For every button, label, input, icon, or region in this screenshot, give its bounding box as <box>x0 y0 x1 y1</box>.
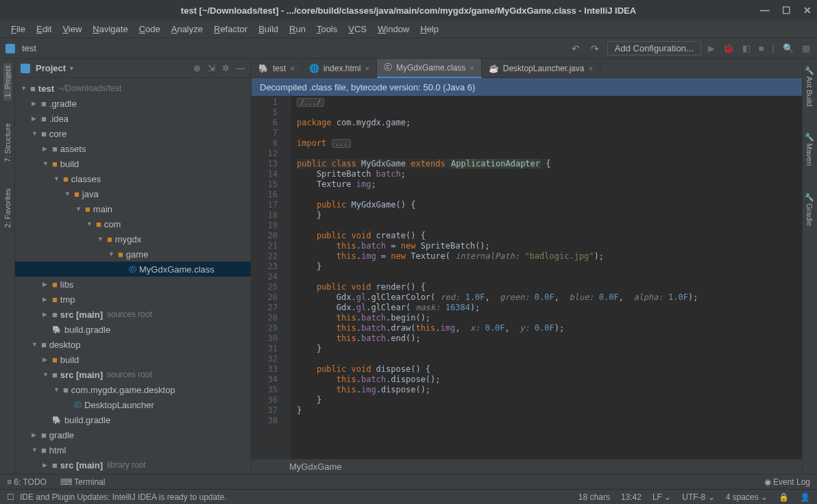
tree-item-build-gradle[interactable]: 🐘build.gradle <box>15 322 251 337</box>
project-panel-header: Project ▼ ⊕ ⇲ ✲ — <box>15 59 251 78</box>
menu-build[interactable]: Build <box>254 23 282 36</box>
editor-tab-test[interactable]: 🐘test× <box>252 59 302 78</box>
left-tool----project[interactable]: 1: Project <box>3 63 12 100</box>
line-separator[interactable]: LF ⌄ <box>653 492 671 502</box>
tab-close-icon[interactable]: × <box>290 64 294 73</box>
menu-vcs[interactable]: VCS <box>344 23 371 36</box>
tree-item-build-gradle[interactable]: 🐘build.gradle <box>15 412 251 427</box>
tree-item-src--main-[interactable]: ▼■src [main]sources root <box>15 367 251 382</box>
menu-bar: FileEditViewNavigateCodeAnalyzeRefactorB… <box>0 21 817 38</box>
tree-item-gradle[interactable]: ▶■gradle <box>15 427 251 442</box>
status-box-icon[interactable]: ☐ <box>7 492 14 502</box>
tree-item-src--main-[interactable]: ▶■src [main]sources root <box>15 307 251 322</box>
tab-close-icon[interactable]: × <box>365 64 369 73</box>
maximize-icon[interactable]: ☐ <box>782 5 791 16</box>
menu-run[interactable]: Run <box>285 23 310 36</box>
project-structure-icon[interactable]: ▦ <box>801 43 812 53</box>
tab-close-icon[interactable]: × <box>470 64 474 72</box>
minimize-icon[interactable]: — <box>760 5 770 16</box>
menu-window[interactable]: Window <box>374 23 413 36</box>
code-editor[interactable]: 1567812131415161718192021222324252627282… <box>252 96 802 459</box>
left-tool----structure[interactable]: 7: Structure <box>3 121 12 165</box>
right-tool-strip: 🔧 Ant Build🔧 Maven🔧 Gradle <box>802 59 817 474</box>
tree-item-desktoplauncher[interactable]: ⓒDesktopLauncher <box>15 397 251 412</box>
menu-help[interactable]: Help <box>416 23 443 36</box>
tree-item-com[interactable]: ▼■com <box>15 216 251 231</box>
tree-item--gradle[interactable]: ▶■.gradle <box>15 96 251 111</box>
tree-root[interactable]: ▼■test~/Downloads/test <box>15 81 251 96</box>
tree-item--idea[interactable]: ▶■.idea <box>15 111 251 126</box>
tree-item-game[interactable]: ▼■game <box>15 247 251 262</box>
right-tool-ant-build[interactable]: 🔧 Ant Build <box>805 63 814 109</box>
menu-navigate[interactable]: Navigate <box>88 23 132 36</box>
menu-refactor[interactable]: Refactor <box>210 23 252 36</box>
project-icon <box>21 64 30 73</box>
tree-item-src--main-[interactable]: ▶■src [main]library root <box>15 457 251 473</box>
tree-item-com-mygdx-game-desktop[interactable]: ▼■com.mygdx.game.desktop <box>15 382 251 397</box>
tab-label: MyGdxGame.class <box>396 63 465 73</box>
terminal-tab[interactable]: ⌨ Terminal <box>60 477 105 487</box>
cursor-position[interactable]: 13:42 <box>621 492 642 502</box>
right-tool-gradle[interactable]: 🔧 Gradle <box>805 190 814 229</box>
left-tool-strip: 1: Project7: Structure2: Favorites <box>0 59 15 474</box>
tree-item-mygdx[interactable]: ▼■mygdx <box>15 231 251 247</box>
lock-icon[interactable]: 🔒 <box>779 492 789 502</box>
tree-item-mygdxgame-class[interactable]: ⓒMyGdxGame.class <box>15 262 251 277</box>
fold-gutter[interactable] <box>282 96 291 459</box>
left-tool----favorites[interactable]: 2: Favorites <box>3 186 12 230</box>
tab-close-icon[interactable]: × <box>588 64 592 73</box>
tree-item-desktop[interactable]: ▼■desktop <box>15 337 251 352</box>
expand-icon[interactable]: ⇲ <box>208 63 215 73</box>
title-bar: test [~/Downloads/test] - .../core/build… <box>0 0 817 21</box>
dropdown-icon[interactable]: ▼ <box>69 65 75 72</box>
tree-item-main[interactable]: ▼■main <box>15 201 251 216</box>
coverage-icon[interactable]: ◧ <box>741 43 752 53</box>
run-icon[interactable]: ▶ <box>707 43 716 53</box>
project-tree[interactable]: ▼■test~/Downloads/test▶■.gradle▶■.idea▼■… <box>15 78 251 474</box>
decompile-notice: Decompiled .class file, bytecode version… <box>252 78 802 96</box>
gear-icon[interactable]: ✲ <box>222 63 230 73</box>
editor-tab-index-html[interactable]: 🌐index.html× <box>302 59 377 78</box>
tab-label: DesktopLauncher.java <box>503 64 585 73</box>
indent-settings[interactable]: 4 spaces ⌄ <box>726 492 768 502</box>
tree-item-classes[interactable]: ▼■classes <box>15 171 251 186</box>
project-breadcrumb[interactable]: test <box>22 43 36 53</box>
back-icon[interactable]: ↶ <box>569 43 583 54</box>
editor-tab-desktoplauncher-java[interactable]: ☕DesktopLauncher.java× <box>482 59 600 78</box>
menu-code[interactable]: Code <box>135 23 164 36</box>
debug-icon[interactable]: 🐞 <box>722 43 735 53</box>
tree-item-java[interactable]: ▼■java <box>15 186 251 201</box>
code-content[interactable]: /.../ package com.mygdx.game; import ...… <box>291 96 802 459</box>
tree-item-assets[interactable]: ▶■assets <box>15 141 251 156</box>
menu-tools[interactable]: Tools <box>313 23 341 36</box>
stop-icon[interactable]: ■ <box>757 43 766 53</box>
editor-breadcrumb[interactable]: MyGdxGame <box>252 459 802 474</box>
main-area: 1: Project7: Structure2: Favorites Proje… <box>0 59 817 474</box>
inspector-icon[interactable]: 👤 <box>800 492 810 502</box>
tree-item-html[interactable]: ▼■html <box>15 442 251 457</box>
menu-file[interactable]: File <box>7 23 29 36</box>
right-tool-maven[interactable]: 🔧 Maven <box>805 129 814 168</box>
forward-icon[interactable]: ↷ <box>588 43 602 54</box>
menu-analyze[interactable]: Analyze <box>167 23 207 36</box>
search-icon[interactable]: 🔍 <box>781 43 795 53</box>
editor-tab-mygdxgame-class[interactable]: ⓒMyGdxGame.class× <box>377 59 482 78</box>
menu-view[interactable]: View <box>58 23 86 36</box>
close-icon[interactable]: ✕ <box>803 5 812 16</box>
todo-tab[interactable]: ≡ 6: TODO <box>7 477 47 487</box>
locate-icon[interactable]: ⊕ <box>193 63 201 73</box>
run-configuration-dropdown[interactable]: Add Configuration... <box>607 41 701 55</box>
tree-item-libs[interactable]: ▶■libs <box>15 277 251 292</box>
tree-item-core[interactable]: ▼■core <box>15 126 251 141</box>
tree-item-build[interactable]: ▶■build <box>15 352 251 367</box>
project-panel-title[interactable]: Project <box>36 63 66 73</box>
tab-label: index.html <box>324 64 361 73</box>
file-encoding[interactable]: UTF-8 ⌄ <box>682 492 714 502</box>
breadcrumb-class[interactable]: MyGdxGame <box>289 462 342 472</box>
tree-item-tmp[interactable]: ▶■tmp <box>15 292 251 307</box>
event-log-tab[interactable]: ◉ Event Log <box>764 477 810 487</box>
tree-item-build[interactable]: ▼■build <box>15 156 251 171</box>
menu-edit[interactable]: Edit <box>32 23 56 36</box>
line-gutter[interactable]: 1567812131415161718192021222324252627282… <box>252 96 282 459</box>
hide-icon[interactable]: — <box>236 63 245 73</box>
